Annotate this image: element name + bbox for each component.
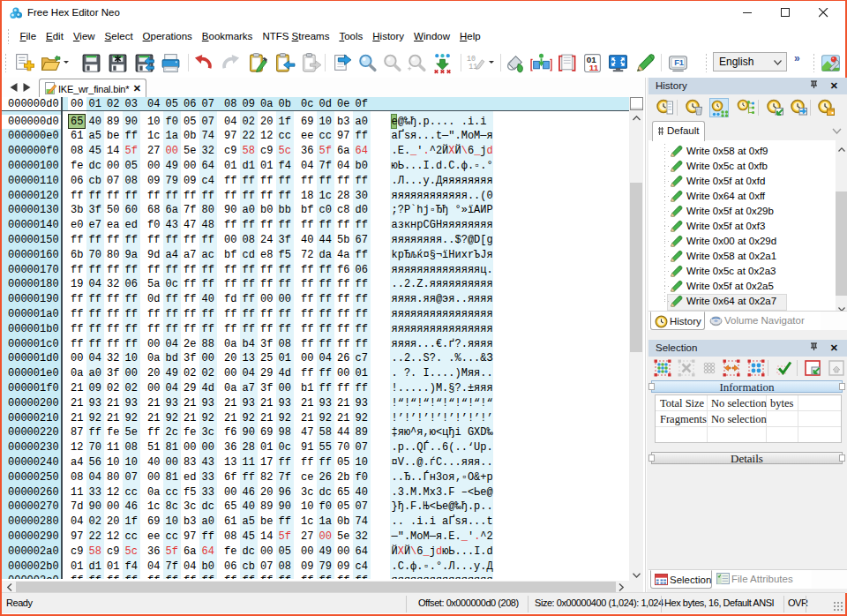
hex-byte[interactable]: ff xyxy=(125,574,139,579)
hex-byte[interactable]: f0 xyxy=(319,500,333,515)
hex-byte[interactable]: ff xyxy=(301,307,314,322)
hex-byte[interactable]: ff xyxy=(279,322,292,337)
hex-byte[interactable]: 49 xyxy=(166,159,179,174)
hex-byte[interactable]: cc xyxy=(319,129,333,144)
hex-byte[interactable]: 09 xyxy=(301,560,314,575)
hex-byte[interactable]: 93 xyxy=(279,396,292,411)
hex-byte[interactable]: 21 xyxy=(301,396,314,411)
hex-byte[interactable]: 70 xyxy=(89,248,102,263)
hex-byte[interactable]: 14 xyxy=(107,144,120,159)
hex-byte[interactable]: ff xyxy=(184,292,197,307)
hex-byte[interactable]: 96 xyxy=(279,485,292,500)
hex-byte[interactable]: 90 xyxy=(89,500,102,515)
hex-byte[interactable]: ff xyxy=(125,307,139,322)
hex-ascii-text[interactable]: kpЂљќ¤§¬їНихrЪJя xyxy=(392,248,493,263)
hex-byte[interactable]: fe xyxy=(107,425,120,440)
hex-byte[interactable]: 21 xyxy=(301,411,314,426)
hex-byte[interactable]: ff xyxy=(224,574,237,579)
hex-byte[interactable]: 10 xyxy=(166,515,179,530)
hex-byte[interactable]: 21 xyxy=(224,411,237,426)
history-item[interactable]: Write 0x5f at 0x2a5 xyxy=(648,279,834,294)
hex-byte[interactable]: 3c xyxy=(184,500,197,515)
hex-byte[interactable]: 08 xyxy=(224,530,237,545)
deselect-button[interactable] xyxy=(677,358,696,378)
hex-byte[interactable]: ff xyxy=(71,574,84,579)
hex-byte[interactable]: dc xyxy=(202,500,215,515)
hex-byte[interactable]: ff xyxy=(260,174,274,189)
hex-byte[interactable]: 5a xyxy=(147,277,161,292)
hex-byte[interactable]: 97 xyxy=(71,530,84,545)
hex-byte[interactable]: ff xyxy=(279,515,292,530)
hex-byte[interactable]: ff xyxy=(107,292,120,307)
hex-byte[interactable]: 89 xyxy=(107,115,120,130)
hex-byte[interactable]: c9 xyxy=(107,545,120,560)
hex-byte[interactable]: 09 xyxy=(89,381,102,396)
history-scrollbar[interactable] xyxy=(836,140,847,311)
menu-select[interactable]: Select xyxy=(100,27,138,45)
hex-byte[interactable]: 00 xyxy=(166,144,179,159)
hex-byte[interactable]: cc xyxy=(279,129,292,144)
hex-byte[interactable]: 55 xyxy=(319,440,333,455)
save-history-button[interactable] xyxy=(765,98,784,117)
hex-byte[interactable]: 43 xyxy=(202,455,215,470)
hex-byte[interactable]: ff xyxy=(89,233,102,248)
hex-ascii-text[interactable]: ЙXЙ\6_jdюЬ...I.d xyxy=(392,545,493,560)
toolbar-grip[interactable] xyxy=(813,53,815,72)
hex-byte[interactable]: 74 xyxy=(202,129,215,144)
history-pin-icon[interactable] xyxy=(809,80,819,91)
hex-byte[interactable]: ff xyxy=(89,322,102,337)
hex-byte[interactable]: ff xyxy=(89,574,102,579)
hex-byte[interactable]: ff xyxy=(71,322,84,337)
hex-byte[interactable]: ff xyxy=(356,322,369,337)
hex-byte[interactable]: ff xyxy=(202,322,215,337)
hex-byte[interactable]: 04 xyxy=(319,351,333,366)
hex-byte[interactable]: a0 xyxy=(202,515,215,530)
hex-byte[interactable]: 00 xyxy=(147,381,161,396)
hex-byte[interactable]: 06 xyxy=(224,560,237,575)
hex-byte[interactable]: c4 xyxy=(356,560,369,575)
hex-byte[interactable]: ff xyxy=(107,337,120,352)
hex-byte[interactable]: ff xyxy=(125,129,139,144)
hex-byte[interactable]: 25 xyxy=(260,351,274,366)
hex-ascii-text[interactable]: .Л...y.Дяяяяяяяя xyxy=(392,174,493,189)
hex-byte[interactable]: 98 xyxy=(279,425,292,440)
hex-byte[interactable]: 21 xyxy=(71,396,84,411)
hex-byte[interactable]: ff xyxy=(319,307,333,322)
tab-close-icon[interactable]: ✕ xyxy=(133,83,141,94)
hex-byte[interactable]: 26 xyxy=(319,470,333,485)
hex-byte[interactable]: c9 xyxy=(224,144,237,159)
hex-byte[interactable]: a4 xyxy=(166,248,179,263)
overwrite-button[interactable] xyxy=(633,51,656,74)
hex-byte[interactable]: ff xyxy=(243,174,256,189)
hex-horizontal-scrollbar[interactable] xyxy=(2,581,629,593)
hex-byte[interactable]: 26 xyxy=(337,351,350,366)
hex-byte[interactable]: ff xyxy=(301,263,314,278)
hex-byte[interactable]: ff xyxy=(71,337,84,352)
hex-byte[interactable]: 10 xyxy=(125,455,139,470)
save-button[interactable] xyxy=(79,51,102,74)
hex-byte[interactable]: 21 xyxy=(107,411,120,426)
hex-byte[interactable]: ff xyxy=(184,189,197,204)
hex-byte[interactable]: 1c xyxy=(319,189,333,204)
hex-byte[interactable]: f6 xyxy=(337,263,350,278)
hex-byte[interactable]: 40 xyxy=(202,292,215,307)
hex-byte[interactable]: ff xyxy=(147,574,161,579)
hex-byte[interactable]: 10 xyxy=(147,115,161,130)
hex-byte[interactable]: 20 xyxy=(260,115,274,130)
hex-byte[interactable]: ff xyxy=(125,337,139,352)
hex-byte[interactable]: 70 xyxy=(89,440,102,455)
hex-byte[interactable]: 01 xyxy=(107,560,120,575)
hex-byte[interactable]: 6f xyxy=(224,470,237,485)
hex-byte[interactable]: 90 xyxy=(125,115,139,130)
menu-history[interactable]: History xyxy=(368,27,409,45)
hex-byte[interactable]: ff xyxy=(107,263,120,278)
hex-byte[interactable]: e7 xyxy=(89,218,102,233)
hex-ascii-text[interactable]: азкнрCGHяяяяяяяя xyxy=(392,218,493,233)
hex-byte[interactable]: 02 xyxy=(202,366,215,381)
hex-byte[interactable]: 81 xyxy=(166,440,179,455)
hex-byte[interactable]: 97 xyxy=(184,530,197,545)
hex-byte[interactable]: ff xyxy=(319,381,333,396)
hex-byte[interactable]: 40 xyxy=(147,455,161,470)
hex-byte[interactable]: 3f xyxy=(184,351,197,366)
hex-byte[interactable]: ed xyxy=(125,218,139,233)
